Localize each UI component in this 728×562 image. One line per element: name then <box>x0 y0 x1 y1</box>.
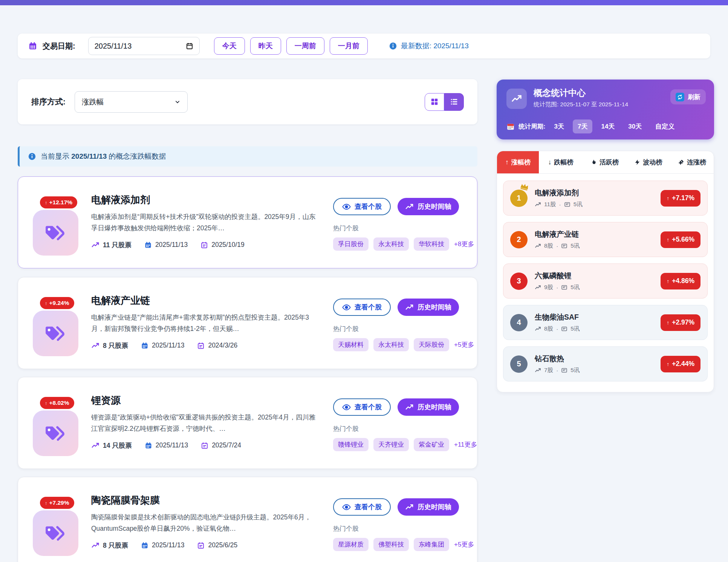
eye-icon <box>342 503 351 511</box>
concept-actions: 查看个股 历史时间轴 热门个股 星源材质 佛塑科技 东峰集团 +5更多 <box>333 498 473 551</box>
start-date: 2024/3/26 <box>197 341 237 349</box>
update-date: 2025/11/13 <box>141 341 184 349</box>
stock-chip[interactable]: 孚日股份 <box>333 237 369 251</box>
stats-title: 概念统计中心 <box>534 87 586 99</box>
date-label: 交易日期: <box>43 41 75 51</box>
concept-actions: 查看个股 历史时间轴 热门个股 孚日股份 永太科技 华软科技 +8更多 <box>333 198 473 251</box>
date-input[interactable]: 2025/11/13 <box>88 37 200 55</box>
chart-line-icon <box>405 202 414 211</box>
eye-icon <box>342 303 351 312</box>
view-stocks-button[interactable]: 查看个股 <box>333 498 391 516</box>
hot-stocks: 赣锋锂业 天齐锂业 紫金矿业 +11更多 <box>333 438 473 451</box>
refresh-button[interactable]: 刷新 <box>670 89 706 104</box>
more-stocks-link[interactable]: +8更多 <box>454 240 474 248</box>
banner-text: 当前显示 2025/11/13 的概念涨跌幅数据 <box>41 152 166 161</box>
ranking-change-badge: ↑+4.86% <box>661 273 700 289</box>
period-7d-button[interactable]: 7天 <box>573 119 592 133</box>
banner-date: 2025/11/13 <box>71 152 107 160</box>
calendar-icon <box>506 123 515 131</box>
latest-data: 最新数据: 2025/11/13 <box>389 41 469 51</box>
calendar-outline-icon <box>197 342 205 349</box>
concept-title: 电解液产业链 <box>91 294 325 307</box>
tab-active[interactable]: 活跃榜 <box>583 151 626 173</box>
tag-icon <box>44 224 67 242</box>
calendar-outline-icon <box>197 542 205 549</box>
stock-chip[interactable]: 东峰集团 <box>414 538 449 551</box>
stock-chip[interactable]: 永太科技 <box>373 338 409 351</box>
tab-volatility[interactable]: 波动榜 <box>626 151 670 173</box>
period-custom-button[interactable]: 自定义 <box>650 119 679 133</box>
yesterday-button[interactable]: 昨天 <box>250 37 281 55</box>
stock-chip[interactable]: 星源材质 <box>333 538 369 551</box>
ranking-item[interactable]: 1 电解液添加剂 11股 · 5讯 ↑+7.17% <box>503 181 708 216</box>
period-label: 统计周期: <box>518 123 546 131</box>
change-badge: ↑+9.24% <box>40 297 74 309</box>
ranking-item[interactable]: 2 电解液产业链 8股 · 5讯 ↑+5.66% <box>503 222 708 257</box>
sort-label: 排序方式: <box>31 96 66 107</box>
ranking-item[interactable]: 4 生物柴油SAF 8股 · 5讯 ↑+2.97% <box>503 305 708 340</box>
more-stocks-link[interactable]: +5更多 <box>454 540 474 549</box>
history-timeline-button[interactable]: 历史时间轴 <box>398 498 459 516</box>
view-stocks-button[interactable]: 查看个股 <box>333 198 391 215</box>
view-stocks-button[interactable]: 查看个股 <box>333 398 391 416</box>
stock-chip[interactable]: 赣锋锂业 <box>333 438 369 451</box>
ranking-item[interactable]: 5 钻石散热 7股 · 5讯 ↑+2.44% <box>503 346 708 381</box>
quick-date-buttons: 今天 昨天 一周前 一月前 <box>214 37 368 55</box>
stock-chip[interactable]: 天赐材料 <box>333 338 369 351</box>
up-arrow-icon: ↑ <box>667 237 669 243</box>
history-timeline-button[interactable]: 历史时间轴 <box>398 198 459 215</box>
concept-card[interactable]: ↑+12.17% 电解液添加剂 电解液添加剂是“周期反转+技术升级”双轮驱动的投… <box>18 176 477 268</box>
tag-icon <box>44 324 67 343</box>
start-date: 2025/7/24 <box>201 441 241 449</box>
concept-card[interactable]: ↑+7.29% 陶瓷隔膜骨架膜 陶瓷隔膜骨架膜是技术创新驱动的固态电池产业链β升… <box>18 477 477 562</box>
concept-card[interactable]: ↑+8.02% 锂资源 锂资源是“政策驱动+供给收缩”双重逻辑共振的投资主题。2… <box>18 377 477 469</box>
period-3d-button[interactable]: 3天 <box>549 119 569 133</box>
eye-icon <box>342 403 351 412</box>
tab-losers[interactable]: ↓ 跌幅榜 <box>539 151 583 173</box>
news-icon <box>561 367 567 374</box>
stock-chip[interactable]: 紫金矿业 <box>414 438 449 451</box>
stock-chip[interactable]: 华软科技 <box>414 237 449 251</box>
history-timeline-button[interactable]: 历史时间轴 <box>398 398 459 416</box>
lightning-icon <box>634 159 641 165</box>
tab-gainers[interactable]: ↑ 涨幅榜 <box>497 151 539 173</box>
calendar-blue-icon <box>141 342 148 349</box>
history-timeline-button[interactable]: 历史时间轴 <box>398 299 459 316</box>
stock-chip[interactable]: 永太科技 <box>373 237 409 251</box>
dot-separator: · <box>556 367 558 374</box>
stock-chip[interactable]: 佛塑科技 <box>373 538 409 551</box>
today-button[interactable]: 今天 <box>214 37 245 55</box>
view-stocks-button[interactable]: 查看个股 <box>333 299 391 316</box>
stock-count: 11 只股票 <box>91 240 132 250</box>
ranking-change-badge: ↑+2.44% <box>661 356 700 372</box>
start-date: 2025/10/19 <box>200 241 245 249</box>
sort-bar: 排序方式: 涨跌幅 <box>18 79 477 124</box>
ranking-item-body: 六氟磷酸锂 9股 · 5讯 <box>535 271 580 291</box>
tab-streak[interactable]: 连涨榜 <box>670 151 714 173</box>
more-stocks-link[interactable]: +11更多 <box>454 440 477 449</box>
period-30d-button[interactable]: 30天 <box>623 119 647 133</box>
concept-actions: 查看个股 历史时间轴 热门个股 赣锋锂业 天齐锂业 紫金矿业 +11更多 <box>333 398 473 451</box>
chart-line-icon <box>405 503 414 511</box>
stock-chip[interactable]: 天际股份 <box>414 338 449 351</box>
chart-line-icon <box>405 403 414 412</box>
sort-selected-value: 涨跌幅 <box>82 97 104 107</box>
ranking-change-badge: ↑+7.17% <box>661 190 700 207</box>
stock-chip[interactable]: 天齐锂业 <box>373 438 409 451</box>
week-ago-button[interactable]: 一周前 <box>286 37 324 55</box>
ranking-item[interactable]: 3 六氟磷酸锂 9股 · 5讯 ↑+4.86% <box>503 263 708 299</box>
sort-select[interactable]: 涨跌幅 <box>75 91 188 113</box>
stock-count: 8 只股票 <box>91 541 128 550</box>
grid-view-button[interactable] <box>425 93 444 111</box>
period-14d-button[interactable]: 14天 <box>596 119 619 133</box>
more-stocks-link[interactable]: +5更多 <box>454 340 474 349</box>
list-view-button[interactable] <box>444 93 464 111</box>
ranking-change-badge: ↑+2.97% <box>661 314 700 331</box>
chart-line-icon <box>535 326 541 332</box>
stats-icon-box <box>506 89 527 109</box>
start-date: 2025/6/25 <box>197 541 237 549</box>
concept-card[interactable]: ↑+9.24% 电解液产业链 电解液产业链是“产能出清尾声+需求复苏初期”的拐点… <box>18 277 477 369</box>
rank-badge: 1 <box>510 190 528 207</box>
month-ago-button[interactable]: 一月前 <box>330 37 368 55</box>
concept-description: 电解液添加剂是“周期反转+技术升级”双轮驱动的投资主题。2025年9月，山东孚日… <box>91 211 320 234</box>
